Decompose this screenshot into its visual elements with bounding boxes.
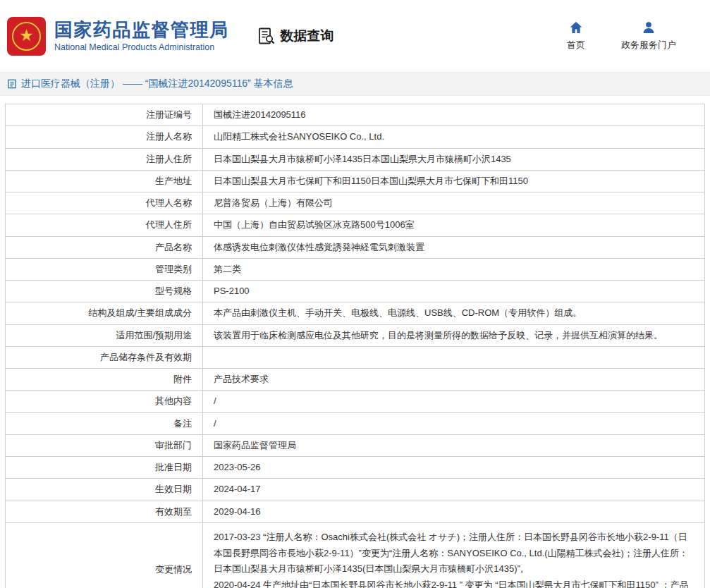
org-title-block: 国家药品监督管理局 National Medical Products Admi…: [54, 20, 229, 53]
field-label: 注册人名称: [6, 126, 203, 148]
field-label: 变更情况: [6, 522, 203, 588]
field-value: 尼普洛贸易（上海）有限公司: [203, 192, 705, 214]
home-icon: [569, 20, 583, 35]
table-row: 生产地址 日本国山梨县大月市七保町下和田1150日本国山梨県大月市七保町下和田1…: [6, 170, 705, 192]
field-value: /: [203, 391, 705, 412]
table-row: 附件 产品技术要求: [6, 369, 705, 391]
document-search-icon: [257, 27, 276, 45]
field-label: 型号规格: [6, 281, 203, 302]
table-row: 代理人名称 尼普洛贸易（上海）有限公司: [6, 192, 705, 214]
org-name-cn: 国家药品监督管理局: [54, 20, 229, 41]
field-label: 产品名称: [6, 236, 203, 258]
org-name-en: National Medical Products Administration: [54, 42, 229, 52]
field-value: 体感诱发电位刺激仪体性感覚誘発神経電気刺激装置: [203, 236, 705, 258]
field-value: 2023-05-26: [203, 457, 705, 479]
field-value: 第二类: [203, 258, 705, 280]
header-nav: 首页 政务服务门户: [562, 20, 676, 51]
table-row: 批准日期 2023-05-26: [6, 457, 705, 479]
table-row: 代理人住所 中国（上海）自由贸易试验区冰克路500号1006室: [6, 214, 705, 236]
document-icon: [7, 79, 17, 89]
field-label: 有效期至: [6, 501, 203, 522]
breadcrumb: 进口医疗器械（注册） —— “国械注进20142095116” 基本信息: [0, 72, 710, 96]
field-label: 审批部门: [6, 434, 203, 456]
table-row: 审批部门 国家药品监督管理局: [6, 434, 705, 456]
table-row: 结构及组成/主要组成成分 本产品由刺激仪主机、手动开关、电极线、电源线、USB线…: [6, 302, 705, 324]
table-row: 有效期至 2029-04-16: [6, 501, 705, 522]
field-value: 产品技术要求: [203, 369, 705, 391]
field-label: 适用范围/预期用途: [6, 324, 203, 346]
field-label: 注册证编号: [6, 104, 203, 126]
table-row: 产品名称 体感诱发电位刺激仪体性感覚誘発神経電気刺激装置: [6, 236, 705, 258]
field-label: 管理类别: [6, 258, 203, 280]
change-record: 2017-03-23 “注册人名称：Osachi株式会社(株式会社 オサチ)；注…: [214, 529, 694, 577]
field-value: 山阳精工株式会社SANYOSEIKO Co., Ltd.: [203, 126, 705, 148]
field-label: 附件: [6, 369, 203, 391]
nav-home-label: 首页: [567, 39, 585, 51]
nmpa-logo[interactable]: ★ 国家药品监督管理局 National Medical Products Ad…: [7, 17, 229, 56]
field-label: 代理人住所: [6, 214, 203, 236]
field-value: 国械注进20142095116: [203, 104, 705, 126]
field-value: PS-2100: [203, 281, 705, 302]
data-query-label: 数据查询: [281, 27, 334, 45]
table-row: 适用范围/预期用途 该装置用于临床检测感应电位及其他研究，目的是将测量所得的数据…: [6, 324, 705, 346]
field-label: 代理人名称: [6, 192, 203, 214]
nav-portal-label: 政务服务门户: [621, 39, 676, 51]
field-label: 生效日期: [6, 479, 203, 501]
field-value: /: [203, 412, 705, 434]
table-row: 变更情况 2017-03-23 “注册人名称：Osachi株式会社(株式会社 オ…: [6, 522, 705, 588]
table-row: 产品储存条件及有效期: [6, 346, 705, 368]
field-label: 注册人住所: [6, 148, 203, 170]
registration-info-table: 注册证编号 国械注进20142095116 注册人名称 山阳精工株式会社SANY…: [0, 96, 710, 588]
table-row: 注册人住所 日本国山梨县大月市猿桥町小泽1435日本国山梨県大月市猿橋町小沢14…: [6, 148, 705, 170]
field-value: 2024-04-17: [203, 479, 705, 501]
field-label: 其他内容: [6, 391, 203, 412]
field-value: 中国（上海）自由贸易试验区冰克路500号1006室: [203, 214, 705, 236]
nav-home[interactable]: 首页: [562, 20, 590, 51]
field-value: 2017-03-23 “注册人名称：Osachi株式会社(株式会社 オサチ)；注…: [203, 522, 705, 588]
change-record: 2020-04-24 生产地址由“日本国长野县冈谷市长地小萩2-9-11 ” 变…: [214, 577, 694, 588]
table-row: 生效日期 2024-04-17: [6, 479, 705, 501]
breadcrumb-text[interactable]: 进口医疗器械（注册） —— “国械注进20142095116” 基本信息: [21, 78, 293, 90]
data-query-tab[interactable]: 数据查询: [257, 27, 334, 45]
field-value: 日本国山梨县大月市七保町下和田1150日本国山梨県大月市七保町下和田1150: [203, 170, 705, 192]
national-emblem-icon: ★: [7, 17, 46, 56]
nav-portal[interactable]: 政务服务门户: [621, 20, 676, 51]
header: ★ 国家药品监督管理局 National Medical Products Ad…: [0, 0, 710, 72]
field-value: 本产品由刺激仪主机、手动开关、电极线、电源线、USB线、CD-ROM（专用软件）…: [203, 302, 705, 324]
field-value: 该装置用于临床检测感应电位及其他研究，目的是将测量所得的数据给予反映、记录，并提…: [203, 324, 705, 346]
field-label: 产品储存条件及有效期: [6, 346, 203, 368]
table-row: 备注 /: [6, 412, 705, 434]
user-icon: [642, 20, 656, 35]
field-label: 备注: [6, 412, 203, 434]
table-row: 其他内容 /: [6, 391, 705, 412]
table-row: 注册证编号 国械注进20142095116: [6, 104, 705, 126]
table-row: 注册人名称 山阳精工株式会社SANYOSEIKO Co., Ltd.: [6, 126, 705, 148]
field-label: 批准日期: [6, 457, 203, 479]
table-row: 型号规格 PS-2100: [6, 281, 705, 302]
field-value: 日本国山梨县大月市猿桥町小泽1435日本国山梨県大月市猿橋町小沢1435: [203, 148, 705, 170]
field-value: 2029-04-16: [203, 501, 705, 522]
field-value: [203, 346, 705, 368]
table-row: 管理类别 第二类: [6, 258, 705, 280]
field-label: 生产地址: [6, 170, 203, 192]
field-value: 国家药品监督管理局: [203, 434, 705, 456]
field-label: 结构及组成/主要组成成分: [6, 302, 203, 324]
